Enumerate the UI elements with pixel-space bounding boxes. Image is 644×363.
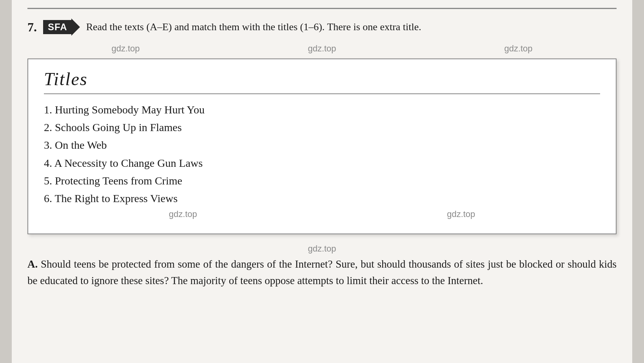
watermarks-row1: gdz.top gdz.top gdz.top	[27, 44, 617, 54]
sfa-arrow-icon	[71, 18, 80, 36]
list-item: 6. The Right to Express Views	[44, 191, 600, 206]
watermark-2: gdz.top	[308, 44, 336, 54]
top-border	[27, 8, 617, 9]
list-item: 5. Protecting Teens from Crime	[44, 173, 600, 188]
list-item: 3. On the Web	[44, 137, 600, 153]
passage-label: A.	[27, 258, 38, 270]
list-item: 2. Schools Going Up in Flames	[44, 120, 600, 135]
watermark-1: gdz.top	[111, 44, 140, 54]
titles-inner-watermarks: gdz.top gdz.top	[44, 209, 600, 219]
titles-divider	[44, 93, 600, 94]
sfa-badge: SFA	[43, 20, 72, 34]
watermark-bottom: gdz.top	[308, 244, 336, 254]
watermark-inner-2: gdz.top	[447, 209, 475, 219]
passage-text: Should teens be protected from some of t…	[27, 258, 617, 286]
watermark-center: gdz.top	[27, 244, 617, 254]
list-item: 1. Hurting Somebody May Hurt You	[44, 102, 600, 117]
titles-box: Titles 1. Hurting Somebody May Hurt You …	[27, 58, 617, 234]
titles-list: 1. Hurting Somebody May Hurt You 2. Scho…	[44, 102, 600, 206]
watermark-inner-1: gdz.top	[169, 209, 197, 219]
titles-heading: Titles	[44, 69, 600, 89]
sfa-badge-container: SFA	[43, 18, 80, 36]
content-area: 7. SFA Read the texts (A–E) and match th…	[12, 0, 632, 363]
task-header: 7. SFA Read the texts (A–E) and match th…	[27, 15, 617, 36]
task-instruction: Read the texts (A–E) and match them with…	[86, 20, 421, 34]
list-item: 4. A Necessity to Change Gun Laws	[44, 155, 600, 171]
passage-a: A. Should teens be protected from some o…	[27, 256, 617, 289]
task-number: 7.	[27, 20, 37, 35]
watermark-3: gdz.top	[504, 44, 532, 54]
